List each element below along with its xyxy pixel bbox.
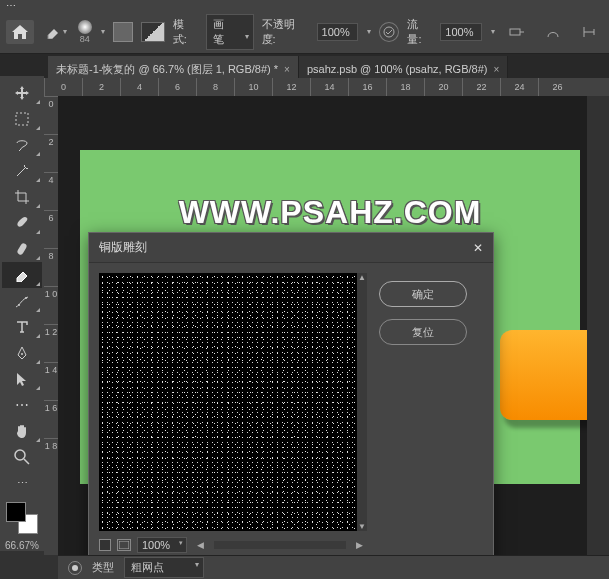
- svg-rect-1: [510, 29, 520, 35]
- hand-tool[interactable]: [2, 418, 42, 444]
- mode-value: 画笔: [213, 18, 224, 45]
- dialog-titlebar[interactable]: 铜版雕刻 ✕: [89, 233, 493, 263]
- opacity-input[interactable]: 100%: [317, 23, 359, 41]
- align-icon[interactable]: [575, 20, 603, 44]
- preview-toolbar: 100% ◀ ▶: [99, 535, 367, 555]
- type-label: 类型: [92, 560, 114, 575]
- svg-rect-2: [16, 113, 28, 125]
- more-tools[interactable]: ⋯: [2, 392, 42, 418]
- wand-tool[interactable]: [2, 158, 42, 184]
- eraser-icon[interactable]: ▾: [42, 20, 70, 44]
- svg-point-0: [384, 27, 394, 37]
- svg-point-5: [25, 297, 27, 299]
- close-icon[interactable]: ×: [493, 64, 499, 75]
- move-tool[interactable]: [2, 80, 42, 106]
- lasso-tool[interactable]: [2, 132, 42, 158]
- menu-item[interactable]: ⋯: [6, 0, 16, 11]
- arrow-up-icon[interactable]: ▲: [358, 273, 366, 282]
- reset-button[interactable]: 复位: [379, 319, 467, 345]
- eraser-tool[interactable]: [2, 262, 42, 288]
- orange-shape: [500, 330, 587, 420]
- chevron-down-icon[interactable]: ▾: [367, 27, 371, 36]
- close-icon[interactable]: ✕: [473, 241, 483, 255]
- color-swatches[interactable]: [6, 502, 38, 534]
- smoothing-icon[interactable]: [539, 20, 567, 44]
- brush-dot-icon: [78, 20, 92, 34]
- watermark-text: WWW.PSAHZ.COM: [179, 194, 482, 231]
- noise-pattern: [99, 273, 357, 531]
- more-icon[interactable]: ⋯: [2, 470, 42, 496]
- mode-label: 模式:: [173, 17, 198, 47]
- zoom-tool[interactable]: [2, 444, 42, 470]
- close-icon[interactable]: ×: [284, 64, 290, 75]
- mode-select[interactable]: 画笔: [206, 14, 254, 50]
- dialog-title: 铜版雕刻: [99, 239, 147, 256]
- arrow-right-icon[interactable]: ▶: [352, 540, 367, 550]
- chevron-down-icon[interactable]: ▾: [101, 27, 105, 36]
- svg-rect-8: [119, 541, 129, 549]
- flow-label: 流量:: [407, 17, 432, 47]
- svg-point-7: [15, 450, 25, 460]
- filter-dialog: 铜版雕刻 ✕ ▲ ▼ 100% ◀ ▶ 确定: [88, 232, 494, 566]
- menu-bar: ⋯: [0, 0, 609, 10]
- arrow-down-icon[interactable]: ▼: [358, 522, 366, 531]
- filter-preview[interactable]: [99, 273, 357, 531]
- type-tool[interactable]: [2, 314, 42, 340]
- opacity-label: 不透明度:: [262, 17, 309, 47]
- pressure-opacity-icon[interactable]: [379, 22, 399, 42]
- crop-tool[interactable]: [2, 184, 42, 210]
- tab-label: psahz.psb @ 100% (psahz, RGB/8#): [307, 63, 488, 75]
- preview-toggle[interactable]: [99, 539, 111, 551]
- foreground-color[interactable]: [6, 502, 26, 522]
- tools-panel: ⋯ ⋯ 66.67%: [0, 76, 44, 551]
- brush-panel-icon[interactable]: [113, 22, 133, 42]
- fit-icon[interactable]: [117, 539, 131, 551]
- tab-label: 未标题-1-恢复的 @ 66.7% (图层 1, RGB/8#) *: [56, 62, 278, 77]
- chevron-down-icon[interactable]: ▾: [491, 27, 495, 36]
- swap-colors-icon[interactable]: [141, 22, 165, 42]
- preview-zoom-select[interactable]: 100%: [137, 537, 187, 553]
- ok-button[interactable]: 确定: [379, 281, 467, 307]
- type-select[interactable]: 粗网点: [124, 557, 204, 578]
- visibility-icon[interactable]: [68, 561, 82, 575]
- flow-input[interactable]: 100%: [440, 23, 482, 41]
- preview-vscroll[interactable]: ▲ ▼: [357, 273, 367, 531]
- preview-hscroll[interactable]: [214, 541, 346, 549]
- bottom-bar: 类型 粗网点: [58, 555, 609, 579]
- svg-point-6: [21, 353, 23, 355]
- brush-tool[interactable]: [2, 210, 42, 236]
- svg-rect-3: [16, 242, 27, 255]
- brush-preview[interactable]: 84: [78, 20, 92, 44]
- svg-point-4: [18, 304, 20, 306]
- zoom-status: 66.67%: [5, 540, 39, 551]
- airbrush-icon[interactable]: [503, 20, 531, 44]
- marquee-tool[interactable]: [2, 106, 42, 132]
- healing-tool[interactable]: [2, 236, 42, 262]
- path-select-tool[interactable]: [2, 366, 42, 392]
- gradient-tool[interactable]: [2, 288, 42, 314]
- home-button[interactable]: [6, 20, 34, 44]
- arrow-left-icon[interactable]: ◀: [193, 540, 208, 550]
- brush-size-label: 84: [80, 34, 90, 44]
- ruler-vertical: 0 2 4 6 8 1 0 1 2 1 4 1 6 1 8: [44, 96, 58, 555]
- options-bar: ▾ 84 ▾ 模式: 画笔 不透明度: 100% ▾ 流量: 100% ▾: [0, 10, 609, 54]
- pen-tool[interactable]: [2, 340, 42, 366]
- ruler-horizontal: 0 2 4 6 8 10 12 14 16 18 20 22 24 26: [44, 78, 609, 96]
